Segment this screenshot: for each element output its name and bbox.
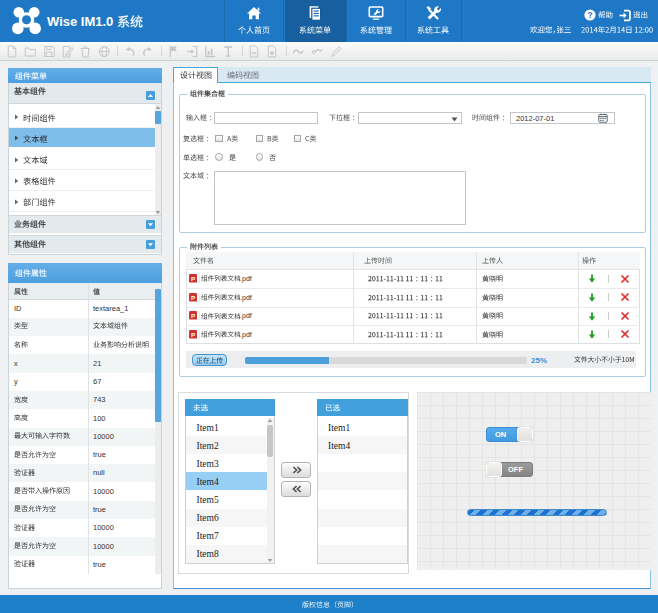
svg-text:?: ?	[587, 10, 592, 20]
svg-text:P: P	[191, 330, 195, 337]
svg-text:P: P	[191, 275, 195, 282]
svg-text:P: P	[191, 312, 195, 319]
svg-text:P: P	[191, 293, 195, 300]
